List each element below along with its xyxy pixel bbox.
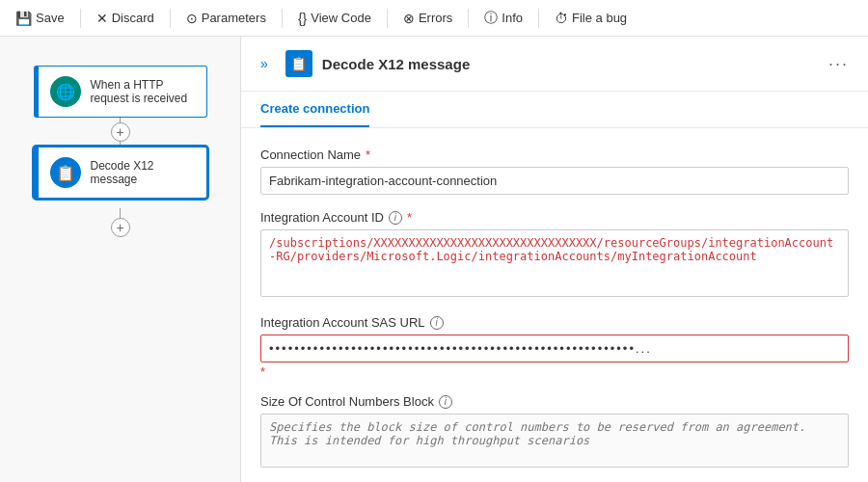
integration-account-id-input[interactable]: /subscriptions/XXXXXXXXXXXXXXXXXXXXXXXXX… [260,229,849,297]
integration-sas-url-input[interactable] [260,335,849,362]
decode-x12-icon: 📋 [50,157,81,188]
create-connection-tab[interactable]: Create connection [260,92,369,127]
connection-name-required: * [366,147,370,162]
sep5 [468,9,469,28]
http-trigger-node[interactable]: 🌐 When a HTTP request is received [34,66,207,118]
sep6 [538,9,539,28]
discard-button[interactable]: ✕ Discard [89,7,162,30]
http-trigger-icon: 🌐 [50,76,81,107]
file-bug-label: File a bug [572,11,627,25]
save-button[interactable]: 💾 Save [8,7,72,30]
control-numbers-group: Size Of Control Numbers Block i [260,394,849,470]
discard-label: Discard [112,11,154,25]
connector-1: + [111,118,130,147]
file-bug-icon: ⏱ [555,11,568,26]
integration-sas-url-label: Integration Account SAS URL [260,315,425,330]
control-numbers-label-row: Size Of Control Numbers Block i [260,394,849,409]
connection-name-label: Connection Name [260,147,361,162]
errors-icon: ⊗ [403,11,415,26]
integration-account-id-required: * [407,210,412,225]
panel-tabs: Create connection [241,92,868,128]
integration-sas-url-info-icon[interactable]: i [430,316,444,330]
errors-label: Errors [419,11,452,25]
file-bug-button[interactable]: ⏱ File a bug [547,7,635,30]
integration-sas-url-label-row: Integration Account SAS URL i [260,315,849,330]
main-layout: 🌐 When a HTTP request is received + 📋 De… [0,37,868,482]
save-label: Save [36,11,65,25]
sep1 [80,9,81,28]
add-step-button-2[interactable]: + [111,218,130,237]
parameters-button[interactable]: ⊙ Parameters [178,7,274,30]
http-trigger-label: When a HTTP request is received [91,78,195,105]
info-button[interactable]: ⓘ Info [476,6,530,31]
view-code-button[interactable]: {} View Code [290,7,379,30]
view-code-icon: {} [298,11,307,26]
control-numbers-info-icon[interactable]: i [439,395,452,409]
right-panel: » 📋 Decode X12 message ··· Create connec… [241,37,868,482]
sep4 [387,9,388,28]
parameters-label: Parameters [202,11,266,25]
form-body: Connection Name * Integration Account ID… [241,128,868,482]
control-numbers-input[interactable] [260,414,849,468]
info-label: Info [502,11,523,25]
panel-title: Decode X12 message [322,56,819,72]
decode-x12-node[interactable]: 📋 Decode X12 message [34,147,207,199]
panel-header: » 📋 Decode X12 message ··· [241,37,868,92]
sep3 [282,9,283,28]
integration-account-id-label: Integration Account ID [260,210,384,225]
discard-icon: ✕ [96,11,108,26]
integration-account-id-info-icon[interactable]: i [389,211,402,225]
control-numbers-label: Size Of Control Numbers Block [260,394,434,409]
connector-line-3 [120,208,121,218]
info-icon: ⓘ [484,10,498,27]
integration-account-id-group: Integration Account ID i * /subscription… [260,210,849,300]
integration-sas-url-group: Integration Account SAS URL i * [260,315,849,379]
sep2 [170,9,171,28]
parameters-icon: ⊙ [186,11,198,26]
connector-2: + [111,208,130,237]
left-panel: 🌐 When a HTTP request is received + 📋 De… [0,37,241,482]
add-step-button-1[interactable]: + [111,122,130,142]
save-icon: 💾 [15,11,32,26]
view-code-label: View Code [311,11,371,25]
more-options-icon[interactable]: ··· [828,54,849,74]
connection-name-label-row: Connection Name * [260,147,849,162]
errors-button[interactable]: ⊗ Errors [395,7,460,30]
decode-x12-label: Decode X12 message [91,159,195,186]
sas-url-required-marker: * [260,364,849,379]
toolbar: 💾 Save ✕ Discard ⊙ Parameters {} View Co… [0,0,868,37]
connection-name-input[interactable] [260,167,849,195]
integration-account-id-label-row: Integration Account ID i * [260,210,849,225]
connection-name-group: Connection Name * [260,147,849,195]
expand-icon[interactable]: » [260,56,268,71]
panel-header-icon: 📋 [285,50,312,77]
